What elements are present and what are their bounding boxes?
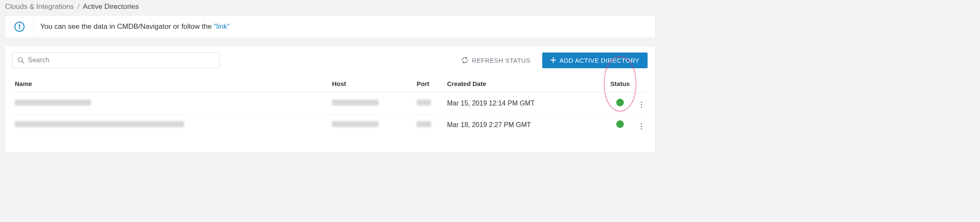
column-header-name[interactable]: Name <box>12 76 329 93</box>
cell-host-redacted <box>332 121 379 127</box>
search-box <box>12 52 220 68</box>
cell-host-redacted <box>332 100 379 105</box>
breadcrumb-current: Active Directories <box>83 3 139 11</box>
column-header-host[interactable]: Host <box>329 76 414 93</box>
info-banner-text: You can see the data in CMDB/Navigator o… <box>40 22 214 31</box>
table-row: Mar 18, 2019 2:27 PM GMT <box>12 114 648 136</box>
refresh-icon <box>461 57 468 64</box>
status-indicator-icon <box>616 99 624 106</box>
add-active-directory-button[interactable]: ADD ACTIVE DIRECTORY <box>542 53 648 68</box>
column-header-created[interactable]: Created Date <box>445 76 605 93</box>
cell-name-redacted <box>15 100 91 105</box>
cell-port-redacted <box>417 121 431 127</box>
column-header-status[interactable]: Status <box>605 76 635 93</box>
cell-created-date: Mar 15, 2019 12:14 PM GMT <box>445 93 605 114</box>
search-input[interactable] <box>12 52 220 68</box>
breadcrumb-separator: / <box>77 3 80 11</box>
svg-line-3 <box>22 61 24 63</box>
refresh-status-label: REFRESH STATUS <box>472 57 530 64</box>
info-banner-link[interactable]: "link" <box>214 22 230 31</box>
breadcrumb: Clouds & Integrations / Active Directori… <box>4 0 656 15</box>
table-row: Mar 15, 2019 12:14 PM GMT <box>12 93 648 114</box>
plus-icon <box>550 57 556 63</box>
row-actions-menu-button[interactable] <box>639 100 644 110</box>
svg-point-1 <box>19 26 20 27</box>
content-card: REFRESH STATUS ADD ACTIVE DIRECTORY Name… <box>4 46 656 153</box>
toolbar: REFRESH STATUS ADD ACTIVE DIRECTORY <box>12 52 648 68</box>
column-header-actions <box>635 76 648 93</box>
column-header-port[interactable]: Port <box>414 76 445 93</box>
cell-created-date: Mar 18, 2019 2:27 PM GMT <box>445 114 605 136</box>
compass-icon <box>5 16 34 38</box>
refresh-status-button[interactable]: REFRESH STATUS <box>456 53 536 67</box>
breadcrumb-parent[interactable]: Clouds & Integrations <box>5 3 74 11</box>
info-banner-message: You can see the data in CMDB/Navigator o… <box>34 16 236 38</box>
search-icon <box>17 57 24 64</box>
row-actions-menu-button[interactable] <box>639 122 644 131</box>
status-indicator-icon <box>616 120 624 128</box>
info-banner: You can see the data in CMDB/Navigator o… <box>4 15 656 38</box>
cell-port-redacted <box>417 100 431 105</box>
cell-name-redacted <box>15 121 184 127</box>
directories-table: Name Host Port Created Date Status <box>12 76 648 136</box>
add-active-directory-label: ADD ACTIVE DIRECTORY <box>560 57 640 64</box>
